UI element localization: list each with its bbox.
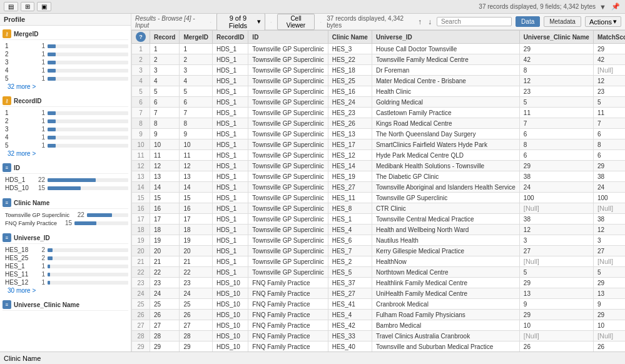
list-item: 2 1 [5,50,128,58]
list-item: 1 1 [5,42,128,50]
table-row: 151515HDS_1Townsville GP SuperclinicHES_… [132,193,626,203]
table-row: 212121HDS_1Townsville GP SuperclinicHES_… [132,256,626,267]
table-row: 292929HDS_10FNQ Family PracticeHES_40Tow… [132,341,626,352]
list-item: HDS_10 15 [5,184,128,192]
left-panel-title: Profile [4,16,25,23]
list-item: 3 1 [5,58,128,66]
list-item: 3 1 [5,125,128,133]
field-values-universeid: HES_18 2 HES_25 2 HES_1 1 [3,246,128,294]
search-container [437,17,512,26]
results-toolbar: Results - Browse [4] - Input · 9 of 9 Fi… [131,14,625,30]
more-link-universeid[interactable]: 30 more > [5,286,38,295]
left-panel-header: Profile [0,14,131,26]
left-panel: Profile ⚷ MergeID 1 1 [0,14,131,351]
field-section-universeclinicname: ≡ Universe_Clinic Name [3,299,128,311]
th-id[interactable]: ID [248,31,328,44]
cell-viewer-button[interactable]: Cell Viewer [277,14,315,30]
table-row: 222HDS_1Townsville GP SuperclinicHES_22T… [132,54,626,65]
field-values-recordid: 1 1 2 1 3 1 [3,109,128,157]
field-values-id: HDS_1 22 HDS_10 15 [3,176,128,192]
th-universeclinicname[interactable]: Universe_Clinic Name [519,31,593,44]
field-name-universeclinicname: Universe_Clinic Name [14,301,79,308]
more-link-mergeid[interactable]: 32 more > [5,83,38,91]
field-section-universeid: ≡ Universe_ID HES_18 2 HES_25 2 [3,232,128,294]
actions-button[interactable]: Actions ▾ [585,16,621,27]
right-panel: Results - Browse [4] - Input · 9 of 9 Fi… [131,14,625,351]
table-row: 111HDS_1Townsville GP SuperclinicHES_3Ho… [132,44,626,54]
table-row: 555HDS_1Townsville GP SuperclinicHES_16H… [132,86,626,97]
field-name-mergeid: MergeID [14,31,38,38]
list-item: 4 1 [5,133,128,141]
field-header-mergeid: ⚷ MergeID [3,28,128,40]
table-body: 111HDS_1Townsville GP SuperclinicHES_3Ho… [132,44,626,352]
tab-metadata[interactable]: Metadata [544,16,581,27]
list-item: 4 1 [5,66,128,74]
th-universeid[interactable]: Universe_ID [372,31,519,44]
table-row: 272727HDS_10FNQ Family PracticeHES_42Bam… [132,320,626,331]
th-record[interactable]: Record [150,31,180,44]
th-recordid[interactable]: RecordID [212,31,248,44]
th-matchscore[interactable]: MatchScore [593,31,625,44]
table-row: 202020HDS_1Townsville GP SuperclinicHES_… [132,246,626,256]
records-info: 37 records displayed, 4,342 bytes [327,15,413,29]
field-name-recordid: RecordID [14,98,41,104]
field-section-id: ≡ ID HDS_1 22 HDS_10 15 [3,162,128,192]
table-row: 262626HDS_10FNQ Family PracticeHES_4Fulh… [132,310,626,320]
field-icon-clinicname: ≡ [3,198,11,207]
records-meta: 37 records displayed, 9 fields; 4,342 by… [479,3,596,10]
table-row: 333HDS_1Townsville GP SuperclinicHES_18D… [132,65,626,76]
table-row: 191919HDS_1Townsville GP SuperclinicHES_… [132,235,626,246]
pin-icon[interactable]: 📌 [610,3,621,11]
profile-btn[interactable]: ▤ [4,2,18,11]
list-item: HES_18 2 [5,246,128,254]
list-item: HES_25 2 [5,254,128,262]
more-link-recordid[interactable]: 32 more > [5,149,38,158]
window-btn[interactable]: ▣ [37,2,51,11]
sort-asc-button[interactable]: ↑ [417,18,423,26]
left-panel-body: ⚷ MergeID 1 1 2 1 [0,26,131,351]
filter-icon[interactable]: ▼ [598,3,607,11]
field-header-clinicname: ≡ Clinic Name [3,197,128,209]
field-header-universeid: ≡ Universe_ID [3,232,128,244]
list-item: 5 1 [5,74,128,83]
table-row: 666HDS_1Townsville GP SuperclinicHES_24G… [132,97,626,108]
field-header-id: ≡ ID [3,162,128,174]
table-row: 999HDS_1Townsville GP SuperclinicHES_13T… [132,129,626,139]
table-row: 161616HDS_1Townsville GP SuperclinicHES_… [132,203,626,214]
key-icon-mergeid: ⚷ [3,29,11,38]
list-item: 5 1 [5,141,128,149]
sort-desc-button[interactable]: ↓ [427,18,433,26]
table-row: 222222HDS_1Townsville GP SuperclinicHES_… [132,267,626,278]
table-row: 141414HDS_1Townsville GP SuperclinicHES_… [132,182,626,193]
field-icon-id: ≡ [3,163,11,172]
field-name-clinicname: Clinic Name [14,200,49,206]
field-header-universeclinicname: ≡ Universe_Clinic Name [3,299,128,311]
list-item: HES_12 1 [5,278,128,286]
tab-data[interactable]: Data [516,16,540,27]
list-item: HES_11 1 [5,270,128,278]
status-bar: Clinic Name [0,351,625,364]
help-icon[interactable]: ? [136,32,146,42]
table-row: 171717HDS_1Townsville GP SuperclinicHES_… [132,214,626,225]
field-header-recordid: ⚷ RecordID [3,95,128,107]
table-row: 111111HDS_1Townsville GP SuperclinicHES_… [132,150,626,161]
list-item: Townsville GP Superclinic 22 [5,211,128,219]
grid-btn[interactable]: ⊞ [21,2,34,11]
results-title: Results - Browse [4] - Input [135,15,205,29]
fields-button[interactable]: 9 of 9 Fields ▾ [216,14,265,31]
th-clinicname[interactable]: Clinic Name [328,31,372,44]
th-mergeid[interactable]: MergeID [180,31,212,44]
list-item: HES_1 1 [5,262,128,270]
field-section-clinicname: ≡ Clinic Name Townsville GP Superclinic … [3,197,128,227]
search-input[interactable] [437,17,512,26]
field-section-recordid: ⚷ RecordID 1 1 2 1 [3,95,128,157]
th-help[interactable]: ? [132,31,150,44]
table-header-row: ? Record MergeID RecordID ID Clinic Name… [132,31,626,44]
list-item: 2 1 [5,117,128,125]
top-toolbar: ▤ ⊞ ▣ 37 records displayed, 9 fields; 4,… [0,0,625,14]
table-row: 252525HDS_10FNQ Family PracticeHES_41Cra… [132,299,626,310]
table-row: 101010HDS_1Townsville GP SuperclinicHES_… [132,139,626,150]
key-icon-recordid: ⚷ [3,96,11,105]
table-row: 181818HDS_1Townsville GP SuperclinicHES_… [132,225,626,235]
list-item: HDS_1 22 [5,176,128,184]
